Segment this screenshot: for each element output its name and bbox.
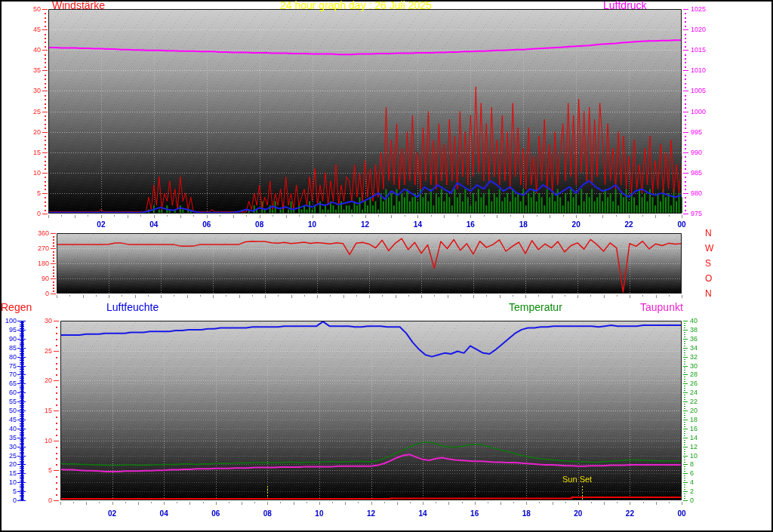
graph-title: 24 hour graph day : 26 Juli 2025: [280, 0, 432, 11]
weather-24h-graph: Windstärke 24 hour graph day : 26 Juli 2…: [0, 0, 773, 532]
sunset-label: Sun Set: [562, 475, 592, 484]
taupunkt-label: Taupunkt: [640, 302, 683, 313]
luftdruck-label: Luftdruck: [603, 0, 647, 11]
luftfeuchte-label: Luftfeuchte: [106, 302, 159, 313]
regen-label: Regen: [1, 302, 32, 313]
temperatur-label: Temperatur: [509, 302, 562, 313]
windstaerke-label: Windstärke: [52, 0, 105, 11]
weather-charts-canvas: [0, 0, 773, 532]
